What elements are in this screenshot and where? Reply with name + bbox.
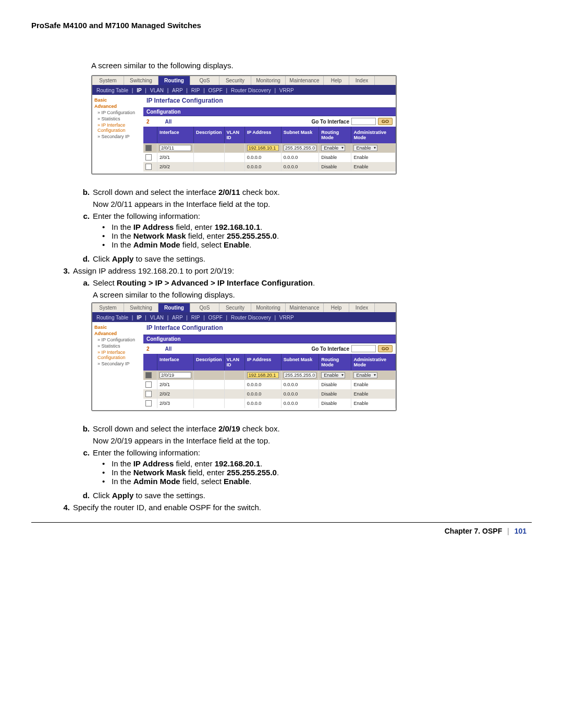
ip-field[interactable]: 192.168.20.1 [247, 372, 279, 378]
subnav-ospf[interactable]: OSPF [209, 315, 223, 320]
subnav-arp[interactable]: ARP [172, 88, 183, 93]
subnav-ip[interactable]: IP [137, 88, 141, 93]
nav-advanced[interactable]: Advanced [94, 330, 141, 337]
cell-amode: Enable [351, 162, 396, 171]
filter-row: 2 All Go To Interface GO [143, 116, 396, 127]
subnav-rip[interactable]: RIP [191, 315, 200, 320]
admin-mode-select[interactable]: Enable [353, 372, 377, 378]
bullet-nm: In the Network Mask field, enter 255.255… [102, 468, 532, 477]
tab-help[interactable]: Help [324, 76, 349, 85]
goto-input[interactable] [351, 345, 376, 352]
subnav-router-discovery[interactable]: Router Discovery [231, 315, 271, 320]
subnav-arp[interactable]: ARP [172, 315, 183, 320]
tab-routing[interactable]: Routing [158, 303, 190, 312]
table-row[interactable]: 2/0/19192.168.20.1255.255.255.0EnableEna… [143, 371, 396, 380]
row-checkbox[interactable] [145, 372, 152, 378]
step4-text: Specify the router ID, and enable OSPF f… [73, 503, 532, 512]
subnav-ospf[interactable]: OSPF [209, 88, 223, 93]
cell-ip: 0.0.0.0 [244, 162, 281, 171]
routing-mode-select[interactable]: Enable [321, 372, 345, 378]
table-row[interactable]: 2/0/10.0.0.00.0.0.0DisableEnable [143, 153, 396, 162]
bullet-nm: In the Network Mask field, enter 255.255… [102, 231, 532, 240]
tab-maintenance[interactable]: Maintenance [286, 303, 324, 312]
ip-field[interactable]: 192.168.10.1 [247, 145, 279, 151]
nav-ipconf[interactable]: » IP Configuration [94, 337, 141, 343]
nav-ipiface[interactable]: » IP Interface Configuration [94, 122, 141, 133]
cell-rmode: Disable [319, 389, 351, 399]
routing-mode-select[interactable]: Enable [321, 145, 345, 151]
interface-field[interactable]: 2/0/19 [160, 372, 191, 378]
tab-routing[interactable]: Routing [158, 76, 190, 85]
step4-num: 4. [54, 503, 73, 512]
nav-secip[interactable]: » Secondary IP [94, 361, 141, 367]
tab-monitoring[interactable]: Monitoring [251, 76, 286, 85]
nav-ipconf[interactable]: » IP Configuration [94, 109, 141, 116]
filter-num[interactable]: 2 [146, 119, 150, 125]
cell-rmode: Disable [319, 399, 351, 408]
mask-field[interactable]: 255.255.255.0 [284, 372, 317, 378]
nav-basic[interactable]: Basic [94, 97, 141, 103]
step3a-label: a. [74, 278, 93, 287]
tab-index[interactable]: Index [349, 76, 375, 85]
filter-num[interactable]: 2 [146, 346, 150, 352]
interface-field[interactable]: 2/0/11 [160, 145, 191, 151]
row-checkbox[interactable] [145, 391, 152, 397]
cell-mask: 0.0.0.0 [281, 153, 319, 162]
table-row[interactable]: 2/0/11192.168.10.1255.255.255.0EnableEna… [143, 143, 396, 153]
nav-advanced[interactable]: Advanced [94, 103, 141, 109]
admin-mode-select[interactable]: Enable [353, 145, 377, 151]
tab-system[interactable]: System [92, 303, 124, 312]
tab-qos[interactable]: QoS [190, 303, 219, 312]
cell-ip: 0.0.0.0 [244, 153, 281, 162]
tab-security[interactable]: Security [219, 303, 251, 312]
tab-switching[interactable]: Switching [124, 303, 158, 312]
go-button[interactable]: GO [378, 345, 393, 352]
subnav-router-discovery[interactable]: Router Discovery [231, 88, 271, 93]
tab-monitoring[interactable]: Monitoring [251, 303, 286, 312]
subnav-ip[interactable]: IP [137, 315, 141, 320]
filter-all[interactable]: All [165, 346, 172, 352]
tab-index[interactable]: Index [349, 303, 375, 312]
step-c-label: c. [74, 448, 93, 488]
goto-input[interactable] [351, 118, 376, 125]
screenshot-2: SystemSwitchingRoutingQoSSecurityMonitor… [91, 302, 397, 411]
row-checkbox[interactable] [145, 164, 152, 170]
subnav-vrrp[interactable]: VRRP [279, 88, 294, 93]
cell-interface: 2/0/2 [157, 162, 194, 171]
table-row[interactable]: 2/0/20.0.0.00.0.0.0DisableEnable [143, 389, 396, 399]
tab-qos[interactable]: QoS [190, 76, 219, 85]
subnav-rip[interactable]: RIP [191, 88, 200, 93]
mask-field[interactable]: 255.255.255.0 [284, 145, 317, 151]
tab-security[interactable]: Security [219, 76, 251, 85]
table-row[interactable]: 2/0/30.0.0.00.0.0.0DisableEnable [143, 399, 396, 408]
nav-ipiface[interactable]: » IP Interface Configuration [94, 349, 141, 361]
filter-all[interactable]: All [165, 119, 172, 125]
table-row[interactable]: 2/0/10.0.0.00.0.0.0DisableEnable [143, 380, 396, 389]
cell-mask: 0.0.0.0 [281, 380, 319, 389]
nav-basic[interactable]: Basic [94, 324, 141, 330]
tab-maintenance[interactable]: Maintenance [286, 76, 324, 85]
left-nav: Basic Advanced » IP Configuration » Stat… [92, 322, 143, 410]
subnav-vlan[interactable]: VLAN [150, 88, 164, 93]
row-checkbox[interactable] [145, 154, 152, 161]
step-d-text: Click Apply to save the settings. [93, 491, 532, 500]
nav-stats[interactable]: » Statistics [94, 343, 141, 349]
row-checkbox[interactable] [145, 381, 152, 388]
nav-secip[interactable]: » Secondary IP [94, 133, 141, 140]
tab-system[interactable]: System [92, 76, 124, 85]
tab-help[interactable]: Help [324, 303, 349, 312]
subnav-vrrp[interactable]: VRRP [279, 315, 294, 320]
subnav-routing-table[interactable]: Routing Table [96, 88, 128, 93]
bullet-ip: In the IP Address field, enter 192.168.2… [102, 459, 532, 468]
row-checkbox[interactable] [145, 145, 152, 151]
subnav-routing-table[interactable]: Routing Table [96, 315, 128, 320]
goto-label: Go To Interface [311, 346, 349, 352]
row-checkbox[interactable] [145, 400, 152, 406]
go-button[interactable]: GO [378, 118, 393, 125]
col-header [143, 127, 157, 143]
tab-switching[interactable]: Switching [124, 76, 158, 85]
sub-navbar: Routing Table | IP | VLAN | ARP | RIP | … [92, 86, 396, 95]
table-row[interactable]: 2/0/20.0.0.00.0.0.0DisableEnable [143, 162, 396, 171]
nav-stats[interactable]: » Statistics [94, 116, 141, 122]
subnav-vlan[interactable]: VLAN [150, 315, 164, 320]
